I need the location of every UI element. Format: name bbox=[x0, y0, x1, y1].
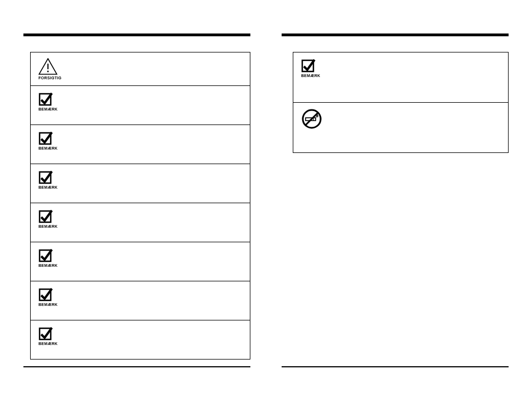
table-row: FORSIGTIG bbox=[31, 52, 250, 86]
table-row: BEMÆRK bbox=[293, 52, 508, 103]
icon-caption: BEMÆRK bbox=[38, 107, 57, 111]
note-checkbox-icon: BEMÆRK bbox=[38, 131, 63, 150]
caution-icon: FORSIGTIG bbox=[38, 58, 63, 80]
cell-text bbox=[63, 248, 241, 249]
icon-caption: BEMÆRK bbox=[38, 146, 57, 150]
icon-caption: BEMÆRK bbox=[38, 224, 57, 228]
spacer bbox=[282, 153, 509, 360]
table-row: BEMÆRK bbox=[31, 242, 250, 281]
note-checkbox-icon: BEMÆRK bbox=[38, 287, 63, 306]
cell-text bbox=[63, 92, 241, 93]
note-checkbox-icon: BEMÆRK bbox=[38, 248, 63, 267]
table-row: BEMÆRK bbox=[31, 281, 250, 320]
left-column: FORSIGTIG BEMÆRK bbox=[23, 33, 250, 367]
document-page: FORSIGTIG BEMÆRK bbox=[0, 0, 532, 390]
icon-caption: BEMÆRK bbox=[301, 74, 320, 78]
cell-text bbox=[63, 131, 241, 132]
icon-caption: BEMÆRK bbox=[38, 264, 57, 267]
no-smoking-icon bbox=[301, 108, 326, 130]
right-table: BEMÆRK bbox=[293, 52, 509, 153]
note-checkbox-icon: BEMÆRK bbox=[38, 209, 63, 228]
top-rule-left bbox=[23, 33, 250, 36]
cell-text bbox=[326, 58, 499, 59]
note-checkbox-icon: BEMÆRK bbox=[38, 92, 63, 111]
icon-caption: FORSIGTIG bbox=[38, 76, 61, 80]
right-column: BEMÆRK bbox=[282, 33, 509, 367]
left-table: FORSIGTIG BEMÆRK bbox=[30, 52, 250, 360]
cell-text bbox=[63, 209, 241, 210]
table-row: BEMÆRK bbox=[31, 125, 250, 164]
bottom-rule-right bbox=[282, 366, 509, 367]
note-checkbox-icon: BEMÆRK bbox=[38, 170, 63, 189]
svg-line-14 bbox=[305, 112, 318, 126]
table-row: BEMÆRK bbox=[31, 203, 250, 242]
note-checkbox-icon: BEMÆRK bbox=[301, 58, 326, 78]
table-row: BEMÆRK bbox=[31, 164, 250, 203]
note-checkbox-icon: BEMÆRK bbox=[38, 326, 63, 346]
cell-text bbox=[63, 326, 241, 327]
cell-text bbox=[63, 170, 241, 171]
cell-text bbox=[326, 108, 499, 109]
svg-point-2 bbox=[47, 71, 49, 73]
bottom-rule-left bbox=[23, 366, 250, 367]
cell-text bbox=[63, 287, 241, 288]
icon-caption: BEMÆRK bbox=[38, 303, 57, 306]
cell-text bbox=[63, 58, 241, 59]
table-row: BEMÆRK bbox=[31, 86, 250, 125]
table-row bbox=[293, 103, 508, 153]
icon-caption: BEMÆRK bbox=[38, 342, 57, 346]
table-row: BEMÆRK bbox=[31, 320, 250, 360]
top-rule-right bbox=[282, 33, 509, 36]
icon-caption: BEMÆRK bbox=[38, 185, 57, 189]
